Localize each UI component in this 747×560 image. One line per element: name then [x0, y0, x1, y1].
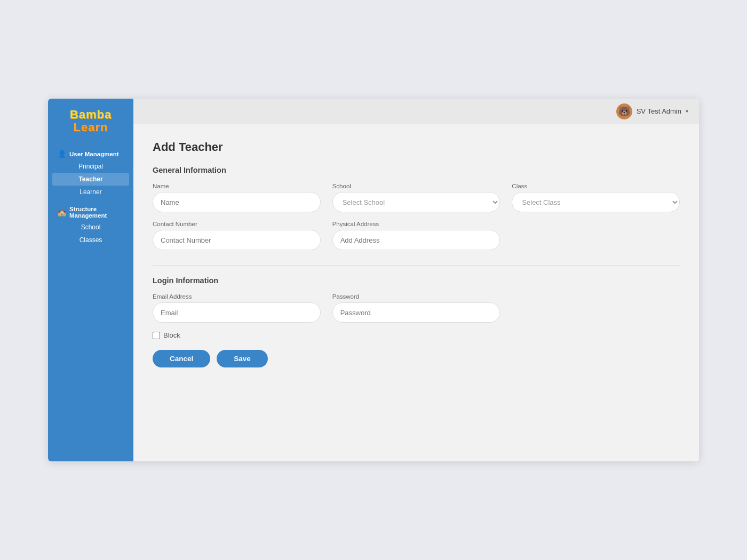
block-checkbox[interactable]: [153, 332, 160, 339]
app-wrapper: Bamba Learn 👤 User Managment Principal T…: [48, 99, 699, 461]
chevron-down-icon: ▾: [686, 108, 688, 114]
block-checkbox-row: Block: [153, 331, 680, 339]
contact-label: Contact Number: [153, 221, 321, 227]
password-label: Password: [332, 293, 500, 300]
class-label: Class: [512, 183, 680, 189]
sidebar-item-classes[interactable]: Classes: [52, 234, 129, 246]
user-name: SV Test Admin: [637, 107, 681, 115]
sidebar: Bamba Learn 👤 User Managment Principal T…: [48, 99, 133, 461]
section-divider: [153, 265, 680, 266]
users-icon: 👤: [58, 150, 66, 158]
structure-icon: 🏫: [58, 209, 66, 217]
form-row-3: Email Address Password: [153, 293, 680, 323]
spacer-group: [512, 221, 680, 250]
user-management-label: User Managment: [69, 151, 119, 157]
email-label: Email Address: [153, 293, 321, 300]
address-input[interactable]: [332, 230, 500, 250]
class-select[interactable]: Select Class: [512, 192, 680, 212]
structure-management-header[interactable]: 🏫 Structure Management: [52, 203, 129, 221]
address-label: Physical Address: [332, 221, 500, 227]
sidebar-item-learner[interactable]: Learner: [52, 186, 129, 198]
login-info-section: Login Information Email Address Password: [153, 276, 680, 367]
name-input[interactable]: [153, 192, 321, 212]
user-management-header[interactable]: 👤 User Managment: [52, 147, 129, 160]
sidebar-item-principal[interactable]: Principal: [52, 160, 129, 173]
contact-input[interactable]: [153, 230, 321, 250]
avatar: 🐻: [616, 103, 632, 119]
main-area: 🐻 SV Test Admin ▾ Add Teacher General In…: [133, 99, 699, 461]
email-input[interactable]: [153, 302, 321, 323]
sidebar-item-school[interactable]: School: [52, 221, 129, 234]
school-label: School: [332, 183, 500, 189]
address-group: Physical Address: [332, 221, 500, 250]
logo-line2: Learn: [70, 121, 112, 134]
name-label: Name: [153, 183, 321, 189]
btn-row: Cancel Save: [153, 350, 680, 367]
contact-group: Contact Number: [153, 221, 321, 250]
content: Add Teacher General Information Name Sch…: [133, 124, 699, 461]
structure-management-section: 🏫 Structure Management School Classes: [48, 203, 133, 246]
school-select[interactable]: Select School: [332, 192, 500, 212]
school-group: School Select School: [332, 183, 500, 212]
class-group: Class Select Class: [512, 183, 680, 212]
user-menu[interactable]: 🐻 SV Test Admin ▾: [616, 103, 688, 119]
top-bar: 🐻 SV Test Admin ▾: [133, 99, 699, 124]
form-row-2: Contact Number Physical Address: [153, 221, 680, 250]
logo-line1: Bamba: [70, 108, 112, 121]
page-title: Add Teacher: [153, 140, 680, 154]
general-info-section: General Information Name School Select S…: [153, 166, 680, 250]
sidebar-item-teacher[interactable]: Teacher: [52, 173, 129, 186]
general-section-title: General Information: [153, 166, 680, 174]
password-group: Password: [332, 293, 500, 323]
password-input[interactable]: [332, 302, 500, 323]
user-management-section: 👤 User Managment Principal Teacher Learn…: [48, 147, 133, 198]
block-label: Block: [163, 331, 180, 339]
name-group: Name: [153, 183, 321, 212]
email-group: Email Address: [153, 293, 321, 323]
spacer-group-2: [512, 293, 680, 323]
logo: Bamba Learn: [70, 108, 112, 134]
cancel-button[interactable]: Cancel: [153, 350, 210, 367]
structure-management-label: Structure Management: [69, 206, 124, 219]
save-button[interactable]: Save: [217, 350, 268, 367]
login-section-title: Login Information: [153, 276, 680, 285]
form-row-1: Name School Select School Class Select C…: [153, 183, 680, 212]
